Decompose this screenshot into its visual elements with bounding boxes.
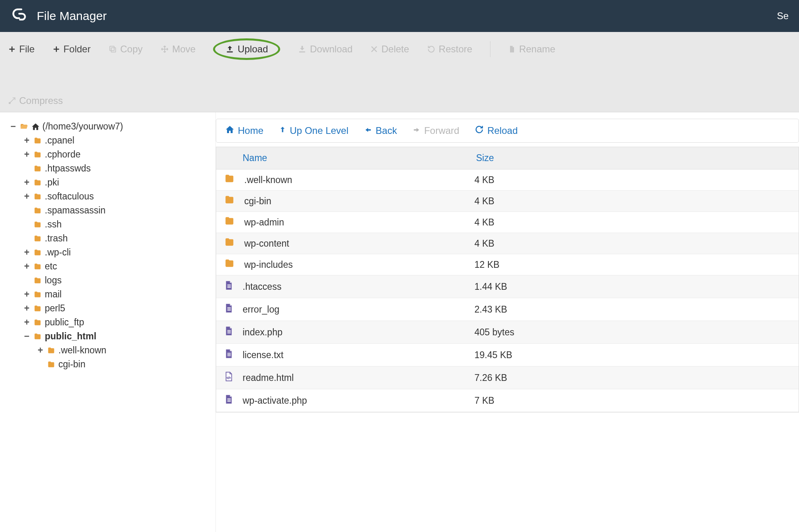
tree-item[interactable]: .htpasswds	[7, 161, 208, 175]
toggle-icon[interactable]: +	[23, 149, 30, 160]
nav-forward[interactable]: Forward	[412, 125, 459, 136]
tree-item[interactable]: cgi-bin	[7, 357, 208, 371]
toggle-icon[interactable]: +	[23, 261, 30, 272]
app-header: File Manager Se	[0, 0, 799, 32]
file-size: 405 bytes	[474, 327, 793, 338]
rename-button[interactable]: Rename	[508, 44, 556, 55]
nav-reload[interactable]: Reload	[474, 125, 518, 137]
tree-item-label: public_ftp	[45, 317, 84, 328]
svg-rect-6	[227, 286, 231, 287]
tree-item-label: .cpanel	[45, 135, 74, 146]
folder-tree: − (/home3/yourwow7) +.cpanel+.cphorde.ht…	[0, 112, 216, 532]
table-row[interactable]: cgi-bin4 KB	[216, 191, 799, 212]
copy-icon	[108, 45, 117, 54]
tree-item-label: .pki	[45, 177, 59, 188]
tree-item[interactable]: +.softaculous	[7, 189, 208, 203]
toggle-icon[interactable]: +	[23, 135, 30, 146]
tree-item[interactable]: +etc	[7, 259, 208, 273]
nav-forward-label: Forward	[424, 125, 459, 136]
arrow-left-icon	[364, 125, 373, 136]
rename-button-label: Rename	[519, 44, 556, 55]
folder-icon	[46, 361, 56, 369]
plus-icon	[52, 45, 60, 53]
toggle-icon[interactable]: +	[23, 177, 30, 188]
folder-icon	[33, 235, 42, 243]
move-button[interactable]: Move	[160, 44, 196, 55]
table-row[interactable]: wp-admin4 KB	[216, 212, 799, 233]
tree-item[interactable]: +public_ftp	[7, 315, 208, 329]
copy-button[interactable]: Copy	[108, 44, 143, 55]
copy-button-label: Copy	[120, 44, 143, 55]
file-name: cgi-bin	[244, 196, 271, 207]
tree-root-label: (/home3/yourwow7)	[42, 121, 123, 132]
upload-button[interactable]: Upload	[213, 38, 280, 60]
toggle-icon[interactable]: +	[23, 303, 30, 314]
file-name: index.php	[243, 327, 283, 338]
file-size: 4 KB	[474, 238, 793, 249]
toolbar-separator	[490, 41, 490, 57]
file-name: wp-content	[244, 238, 289, 249]
file-button-label: File	[19, 44, 35, 55]
download-button[interactable]: Download	[298, 44, 353, 55]
compress-button[interactable]: Compress	[8, 95, 63, 106]
tree-item[interactable]: +.cpanel	[7, 133, 208, 147]
collapse-icon[interactable]: −	[10, 121, 17, 132]
file-name: readme.html	[243, 373, 294, 383]
table-row[interactable]: wp-includes12 KB	[216, 254, 799, 275]
tree-item-label: .trash	[45, 233, 68, 244]
column-header-size[interactable]: Size	[469, 147, 799, 169]
file-button[interactable]: File	[8, 44, 35, 55]
tree-item[interactable]: +.wp-cli	[7, 245, 208, 259]
table-row[interactable]: wp-activate.php7 KB	[216, 389, 799, 412]
table-row[interactable]: .well-known4 KB	[216, 169, 799, 191]
tree-item[interactable]: .spamassassin	[7, 203, 208, 217]
folder-button[interactable]: Folder	[52, 44, 91, 55]
tree-item[interactable]: +perl5	[7, 301, 208, 315]
table-row[interactable]: readme.html7.26 KB	[216, 367, 799, 389]
nav-back[interactable]: Back	[364, 125, 397, 136]
table-row[interactable]: .htaccess1.44 KB	[216, 275, 799, 298]
tree-item[interactable]: .ssh	[7, 217, 208, 231]
svg-point-4	[9, 102, 10, 104]
column-header-name[interactable]: Name	[216, 147, 469, 169]
table-body: .well-known4 KBcgi-bin4 KBwp-admin4 KBwp…	[216, 169, 799, 412]
tree-item[interactable]: +.cphorde	[7, 147, 208, 161]
tree-item[interactable]: +.pki	[7, 175, 208, 189]
nav-up[interactable]: Up One Level	[279, 125, 349, 136]
file-icon	[223, 325, 234, 339]
toggle-icon[interactable]: +	[23, 191, 30, 202]
delete-icon	[370, 45, 378, 53]
tree-item-label: mail	[45, 289, 62, 300]
toggle-icon[interactable]: +	[37, 345, 44, 356]
toggle-icon[interactable]: +	[23, 247, 30, 258]
file-size: 1.44 KB	[474, 281, 793, 292]
tree-item[interactable]: +mail	[7, 287, 208, 301]
file-size: 2.43 KB	[474, 304, 793, 315]
nav-home[interactable]: Home	[225, 125, 263, 137]
tree-item[interactable]: .trash	[7, 231, 208, 245]
toggle-icon[interactable]: +	[23, 317, 30, 328]
tree-item[interactable]: +.well-known	[7, 343, 208, 357]
toggle-icon[interactable]: +	[23, 289, 30, 300]
folder-icon	[33, 165, 42, 173]
delete-button[interactable]: Delete	[370, 44, 409, 55]
table-row[interactable]: wp-content4 KB	[216, 233, 799, 254]
download-icon	[298, 45, 307, 54]
restore-button-label: Restore	[439, 44, 472, 55]
tree-root[interactable]: − (/home3/yourwow7)	[7, 120, 208, 133]
tree-item[interactable]: −public_html	[7, 329, 208, 343]
folder-button-label: Folder	[64, 44, 91, 55]
file-size: 7 KB	[474, 395, 793, 406]
home-icon	[31, 122, 40, 131]
table-header: Name Size	[216, 147, 799, 169]
table-row[interactable]: error_log2.43 KB	[216, 298, 799, 321]
tree-item-label: .htpasswds	[45, 163, 91, 174]
restore-button[interactable]: Restore	[427, 44, 472, 55]
table-row[interactable]: index.php405 bytes	[216, 321, 799, 344]
table-row[interactable]: license.txt19.45 KB	[216, 344, 799, 367]
toggle-icon[interactable]: −	[23, 331, 30, 342]
folder-open-icon	[19, 123, 29, 131]
tree-item[interactable]: logs	[7, 273, 208, 287]
folder-icon	[223, 173, 235, 186]
restore-icon	[427, 45, 436, 54]
